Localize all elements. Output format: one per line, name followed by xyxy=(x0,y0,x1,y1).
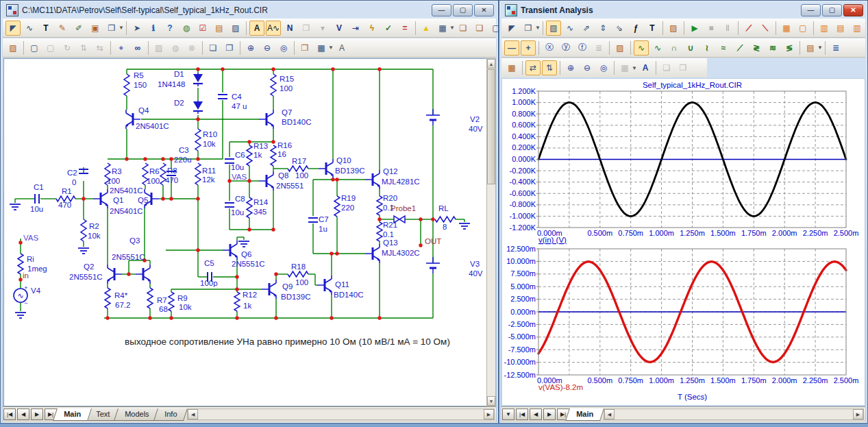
probe-node-number-icon[interactable]: N xyxy=(282,21,297,36)
slope-up-icon[interactable]: ⟋ xyxy=(741,21,756,36)
font-icon[interactable]: A xyxy=(638,60,653,75)
numeric-format-icon[interactable]: ▦ xyxy=(504,60,519,75)
send-back-icon[interactable]: ❐ xyxy=(675,60,691,75)
send-back-icon[interactable]: ❐ xyxy=(222,40,237,56)
schematic-canvas[interactable]: ∿+−R5150D11N4148D2C447 uR15100Q42N5401CQ… xyxy=(3,58,490,406)
tab-main[interactable]: Main xyxy=(53,408,92,421)
text-mode-icon[interactable]: T xyxy=(645,21,660,36)
close-button[interactable]: ✕ xyxy=(843,4,863,16)
global-lo-icon[interactable]: ≶ xyxy=(782,40,797,56)
scroll-right-icon[interactable]: ▶ xyxy=(484,409,494,419)
font-icon[interactable]: A xyxy=(334,40,349,56)
grid-dropdown-icon-dropdown[interactable]: ▼ xyxy=(632,65,637,71)
wire-mode-icon[interactable]: ∿ xyxy=(22,21,37,36)
info-mode-icon[interactable]: ℹ xyxy=(146,21,161,36)
zoom-in-icon[interactable]: ⊕ xyxy=(563,60,578,75)
tab-models[interactable]: Models xyxy=(114,408,160,421)
scrollbar-thumb[interactable] xyxy=(487,69,495,184)
horizontal-scrollbar[interactable]: ◀▶ xyxy=(187,408,495,420)
page-flip-icon[interactable]: ❐ xyxy=(297,40,312,56)
global-hi-icon[interactable]: ≋ xyxy=(765,40,780,56)
panel-vertical-icon[interactable]: ▥ xyxy=(850,21,865,36)
tab-nav-0[interactable]: ▼ xyxy=(502,408,514,420)
help-mode-icon[interactable]: ? xyxy=(162,21,177,36)
find-icon[interactable]: ⌖ xyxy=(114,40,129,56)
zoom-vert-icon[interactable]: ⇕ xyxy=(595,21,610,36)
clipboard-icon-dropdown[interactable]: ▼ xyxy=(817,45,823,51)
maximize-button[interactable]: ▢ xyxy=(453,4,473,16)
wave-next-icon[interactable]: ∿ xyxy=(634,40,649,56)
condition-check-icon[interactable]: ✓ xyxy=(381,21,396,36)
zoom-out-icon[interactable]: ⊖ xyxy=(580,60,595,75)
panel-single-icon[interactable]: ▥ xyxy=(817,21,832,36)
menu-circle-icon[interactable]: ≣ xyxy=(591,40,606,56)
flip-vertical-icon[interactable]: ⇅ xyxy=(76,40,91,56)
scroll-down-icon[interactable]: ▼ xyxy=(487,396,495,406)
zoom-100-icon[interactable]: ◎ xyxy=(596,60,611,75)
transient-titlebar[interactable]: Transient Analysis — ▢ ✕ xyxy=(501,2,865,19)
zoom-corner-icon[interactable]: ⇘ xyxy=(612,21,627,36)
probe-copy-icon[interactable]: ❐ xyxy=(299,21,314,36)
peak-icon[interactable]: ∩ xyxy=(667,40,682,56)
component-menu-icon-dropdown[interactable]: ▼ xyxy=(119,25,124,31)
digital-stripes-icon[interactable]: ▤ xyxy=(212,21,227,36)
grid-dropdown-icon[interactable]: ▦ xyxy=(617,60,632,75)
probe-voltage-icon[interactable]: A xyxy=(249,21,264,36)
maximize-button[interactable]: ▢ xyxy=(822,4,842,16)
scroll-up-icon[interactable]: ▲ xyxy=(487,59,495,69)
trackbar-icon[interactable]: — xyxy=(504,40,519,56)
info-circle-icon[interactable]: ◍ xyxy=(168,40,183,56)
scope-box-icon[interactable]: ▦ xyxy=(779,21,794,36)
schematic-titlebar[interactable]: C:\MC11\DATA\Petrov\Self\Self-typical\Se… xyxy=(3,2,496,19)
properties-icon[interactable]: ▨ xyxy=(5,40,21,56)
zoom-region-icon[interactable]: ▢ xyxy=(795,21,810,36)
zoom-in-icon[interactable]: ⊕ xyxy=(243,40,258,56)
flip-horizontal-icon[interactable]: ⇆ xyxy=(92,40,108,56)
current-arrow-icon[interactable]: ⇥ xyxy=(348,21,363,36)
pause-icon[interactable]: ‖ xyxy=(720,21,735,36)
tab-nav-1[interactable]: ◀ xyxy=(17,408,29,420)
cursor-left-icon[interactable]: ⇄ xyxy=(525,60,541,75)
page-icon[interactable]: ❏ xyxy=(456,21,471,36)
select-frame-icon[interactable]: ▢ xyxy=(27,40,42,56)
scale-mode-icon[interactable]: ▧ xyxy=(546,21,561,36)
page-alt-icon[interactable]: ❏ xyxy=(472,21,487,36)
line-mode-icon[interactable]: ✎ xyxy=(55,21,70,36)
model-check-icon[interactable]: ☑ xyxy=(195,21,210,36)
warning-triangle-icon[interactable]: ▲ xyxy=(419,21,434,36)
tab-info[interactable]: Info xyxy=(153,408,188,421)
fx-icon[interactable]: ƒ xyxy=(628,21,643,36)
remove-circle-icon[interactable]: ⊗ xyxy=(184,40,199,56)
select-cursor-icon[interactable]: ◤ xyxy=(5,21,21,36)
minimize-button[interactable]: — xyxy=(801,4,821,16)
probe-part-icon[interactable]: V xyxy=(332,21,347,36)
cursor-cross-icon[interactable]: + xyxy=(521,40,536,56)
plot-area[interactable]: 1.200K1.000K0.800K0.600K0.400K0.200K0.00… xyxy=(501,78,865,406)
grid-dropdown-icon-dropdown[interactable]: ▼ xyxy=(328,45,334,51)
cursor-mode-icon[interactable]: ∿ xyxy=(562,21,578,36)
grid-toggle-icon-dropdown[interactable]: ▼ xyxy=(449,25,455,31)
scroll-left-icon[interactable]: ◀ xyxy=(188,409,198,419)
box-disabled-icon[interactable]: ▢ xyxy=(43,40,58,56)
inflection-icon[interactable]: ≷ xyxy=(749,40,764,56)
pin-connect-icon[interactable]: = xyxy=(397,21,412,36)
bring-front-icon[interactable]: ❏ xyxy=(659,60,674,75)
picture-tool-icon[interactable]: ▣ xyxy=(88,21,103,36)
probe-wave-icon[interactable]: A∿ xyxy=(266,21,281,36)
minimize-button[interactable]: — xyxy=(432,4,451,16)
flag-tool-icon[interactable]: ➤ xyxy=(129,21,145,36)
tab-main[interactable]: Main xyxy=(565,408,604,421)
tab-nav-2[interactable]: ◀ xyxy=(530,408,542,420)
component-menu-icon-dropdown[interactable]: ▼ xyxy=(535,25,541,31)
zoom-out-icon[interactable]: ⊖ xyxy=(260,40,275,56)
power-icon[interactable]: ϟ xyxy=(364,21,380,36)
fx-circle-icon[interactable]: ⓕ xyxy=(575,40,590,56)
text-mode-icon[interactable]: T xyxy=(38,21,53,36)
probe-dropdown-icon[interactable]: ▾ xyxy=(315,21,330,36)
tab-nav-0[interactable]: |◀ xyxy=(3,408,16,420)
clipboard-icon[interactable]: ▤ xyxy=(803,40,818,56)
wave-prev-icon[interactable]: ∿ xyxy=(650,40,665,56)
goto-note-icon[interactable]: ▨ xyxy=(151,40,166,56)
zoom-diag-icon[interactable]: ⇗ xyxy=(579,21,594,36)
scroll-left-icon[interactable]: ◀ xyxy=(604,409,615,419)
